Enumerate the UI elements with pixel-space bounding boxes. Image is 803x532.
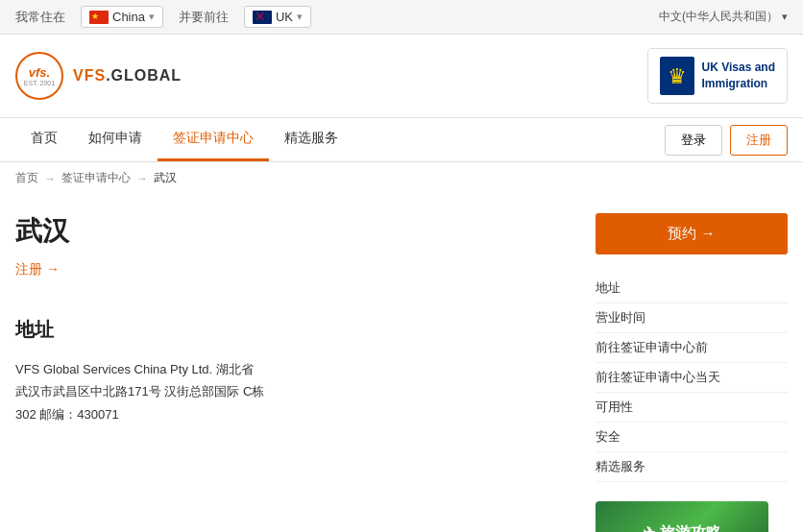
main-content: 武汉 注册 → 地址 VFS Global Services China Pty… — [0, 194, 803, 532]
content-right: 预约 → 地址 营业时间 前往签证申请中心前 前往签证申请中心当天 可用性 安全… — [596, 213, 788, 532]
vfs-logo-circle: vfs. EST. 2001 — [15, 52, 63, 100]
top-bar-left: 我常住在 China ▾ 并要前往 UK ▾ — [15, 6, 647, 28]
travel-promo-banner[interactable]: ✈ 旅游攻略 www.1681989.cn — [596, 501, 768, 532]
logo-area: vfs. EST. 2001 VFS.GLOBAL — [15, 52, 182, 100]
nav-item-premium[interactable]: 精选服务 — [269, 118, 353, 161]
nav-item-how[interactable]: 如何申请 — [73, 118, 158, 161]
breadcrumb-visa-center[interactable]: 签证申请中心 — [61, 170, 131, 186]
svg-text:♛: ♛ — [668, 64, 687, 88]
address-section-title: 地址 — [15, 317, 576, 343]
live-in-label: 我常住在 — [15, 9, 65, 26]
china-flag-icon — [89, 11, 109, 24]
appointment-button[interactable]: 预约 → — [596, 213, 788, 254]
sidebar-link-availability[interactable]: 可用性 — [596, 393, 788, 423]
vfs-est-text: EST. 2001 — [24, 80, 55, 86]
address-text: VFS Global Services China Pty Ltd. 湖北省 武… — [15, 358, 576, 425]
vfs-global-name: VFS.GLOBAL — [73, 67, 182, 85]
language-selector[interactable]: 中文(中华人民共和国） ▾ — [659, 9, 788, 25]
login-button[interactable]: 登录 — [665, 125, 722, 156]
sidebar-link-address[interactable]: 地址 — [596, 274, 788, 303]
travel-promo-content: ✈ 旅游攻略 www.1681989.cn — [643, 523, 720, 533]
country-to-value: UK — [276, 10, 293, 24]
page-title: 武汉 — [15, 213, 576, 250]
language-label: 中文(中华人民共和国） — [659, 9, 778, 25]
chevron-down-icon-2: ▾ — [297, 11, 303, 23]
breadcrumb-current: 武汉 — [154, 170, 177, 186]
content-left: 武汉 注册 → 地址 VFS Global Services China Pty… — [15, 213, 576, 532]
country-from-value: China — [112, 10, 145, 24]
uk-crown-icon: ♛ — [660, 57, 694, 95]
sidebar-link-hours[interactable]: 营业时间 — [596, 303, 788, 333]
breadcrumb: 首页 → 签证申请中心 → 武汉 — [0, 162, 803, 194]
sidebar-link-premium[interactable]: 精选服务 — [596, 452, 788, 482]
sidebar-links: 地址 营业时间 前往签证申请中心前 前往签证申请中心当天 可用性 安全 精选服务 — [596, 274, 788, 482]
breadcrumb-sep-2: → — [136, 172, 148, 185]
sidebar-link-before-visit[interactable]: 前往签证申请中心前 — [596, 333, 788, 363]
chevron-down-icon: ▾ — [149, 11, 155, 23]
country-from-selector[interactable]: China ▾ — [81, 6, 163, 28]
top-bar: 我常住在 China ▾ 并要前往 UK ▾ 中文(中华人民共和国） ▾ — [0, 0, 803, 35]
country-to-selector[interactable]: UK ▾ — [244, 6, 311, 28]
nav-auth-buttons: 登录 注册 — [665, 125, 788, 156]
sidebar-link-day-of-visit[interactable]: 前往签证申请中心当天 — [596, 363, 788, 393]
going-to-label: 并要前往 — [179, 9, 229, 26]
vfs-logo-text: vfs. — [29, 65, 50, 80]
uk-visa-logo: ♛ UK Visas and Immigration — [647, 48, 788, 104]
chevron-down-icon-3: ▾ — [782, 11, 788, 23]
main-nav: 首页 如何申请 签证申请中心 精选服务 登录 注册 — [0, 118, 803, 162]
uk-flag-icon — [253, 11, 272, 24]
register-button[interactable]: 注册 — [730, 125, 788, 156]
breadcrumb-home[interactable]: 首页 — [15, 170, 38, 186]
sidebar-link-security[interactable]: 安全 — [596, 423, 788, 452]
nav-item-home[interactable]: 首页 — [15, 118, 73, 161]
register-link[interactable]: 注册 → — [15, 261, 60, 277]
uk-visa-text: UK Visas and Immigration — [702, 60, 775, 92]
header: vfs. EST. 2001 VFS.GLOBAL ♛ UK Visas and… — [0, 35, 803, 118]
breadcrumb-sep-1: → — [44, 172, 56, 185]
nav-item-visa-center[interactable]: 签证申请中心 — [158, 118, 269, 161]
